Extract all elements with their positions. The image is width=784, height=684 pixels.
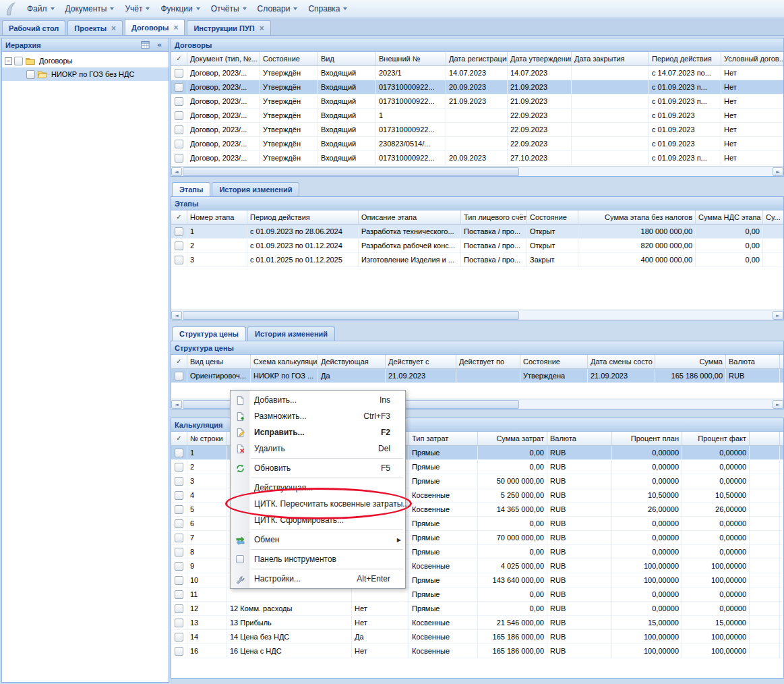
column-header[interactable]: Документ (тип, №...	[187, 52, 260, 65]
column-header[interactable]: Действует с	[386, 355, 456, 368]
row-checkbox[interactable]	[175, 241, 183, 250]
tab-contracts[interactable]: Договоры×	[125, 19, 185, 35]
table-row[interactable]: 2с 01.09.2023 по 01.12.2024Разработка ра…	[171, 239, 783, 253]
row-checkbox[interactable]	[175, 154, 183, 163]
select-all-header[interactable]: ✓	[171, 52, 187, 65]
context-menu-item-refresh[interactable]: ОбновитьF5	[231, 460, 405, 476]
tree-checkbox[interactable]	[14, 57, 23, 65]
table-row[interactable]: 3с 01.01.2025 по 01.12.2025Изготовление …	[171, 253, 783, 267]
column-header[interactable]: Действующая	[318, 355, 386, 368]
column-header[interactable]: Дата смены состо	[588, 355, 655, 368]
column-header[interactable]: Валюта	[547, 432, 612, 445]
menubar-item-functions[interactable]: Функции	[155, 2, 205, 16]
row-checkbox[interactable]	[175, 548, 183, 557]
scroll-left-icon[interactable]: ◄	[171, 167, 182, 176]
column-header[interactable]: Описание этапа	[359, 210, 461, 224]
menubar-item-file[interactable]: Файл	[22, 2, 60, 16]
tree-item-contracts-root[interactable]: −Договоры	[2, 54, 169, 67]
row-checkbox[interactable]	[175, 505, 183, 514]
row-checkbox[interactable]	[175, 562, 183, 571]
menubar-item-documents[interactable]: Документы	[60, 2, 120, 16]
column-header[interactable]: Тип лицевого счёт	[461, 210, 527, 224]
table-row[interactable]: Договор, 2023/...УтверждёнВходящий017310…	[171, 123, 783, 137]
column-header[interactable]: Процент план	[612, 432, 682, 445]
scroll-right-icon[interactable]: ►	[773, 400, 783, 409]
close-tab-icon[interactable]: ×	[260, 24, 264, 32]
row-checkbox[interactable]	[175, 590, 183, 599]
row-checkbox[interactable]	[175, 125, 183, 134]
context-menu-item-edit[interactable]: Исправить...F2	[231, 424, 405, 440]
table-row[interactable]: 1414 Цена без НДСДаКосвенные165 186 000,…	[171, 630, 783, 644]
column-header[interactable]: Схема калькуляци	[251, 355, 318, 368]
row-checkbox[interactable]	[175, 534, 183, 542]
context-menu-item-settings[interactable]: Настройки...Alt+Enter	[231, 571, 405, 587]
row-checkbox[interactable]	[175, 463, 183, 472]
horizontal-scrollbar[interactable]: ◄ ►	[171, 166, 783, 176]
column-header[interactable]: Валюта	[726, 355, 780, 368]
row-checkbox[interactable]	[175, 83, 183, 92]
scroll-right-icon[interactable]: ►	[773, 167, 783, 176]
column-header[interactable]: Период действия	[247, 210, 359, 224]
hierarchy-grid-icon[interactable]	[140, 40, 151, 51]
table-row[interactable]: 11Прямые0,00RUB0,000000,00000	[171, 588, 783, 602]
row-checkbox[interactable]	[175, 449, 183, 457]
column-header[interactable]: Номер этапа	[187, 210, 247, 224]
collapse-panel-button[interactable]: «	[154, 40, 165, 51]
row-checkbox[interactable]	[175, 619, 183, 627]
scroll-thumb[interactable]	[183, 167, 519, 176]
row-checkbox[interactable]	[175, 477, 183, 486]
tab-stages-history[interactable]: История изменений	[212, 182, 299, 196]
select-all-header[interactable]: ✓	[171, 210, 187, 224]
tree-item-niokr-goz[interactable]: НИОКР по ГОЗ без НДС	[2, 67, 169, 81]
context-menu-item-citk-recalc-indirect[interactable]: ЦИТК. Пересчитать косвенные затраты...	[231, 496, 405, 512]
row-checkbox[interactable]	[175, 491, 183, 500]
row-checkbox[interactable]	[175, 604, 183, 613]
scroll-right-icon[interactable]: ►	[773, 311, 783, 320]
scroll-left-icon[interactable]: ◄	[171, 400, 182, 409]
column-header[interactable]: Сумма НДС этапа	[696, 210, 763, 224]
close-tab-icon[interactable]: ×	[173, 24, 178, 32]
column-header[interactable]: Су...	[763, 210, 783, 224]
menubar-item-accounting[interactable]: Учёт	[119, 2, 155, 16]
column-header[interactable]: Тип затрат	[409, 432, 478, 445]
context-menu-item-citk-generate[interactable]: ЦИТК. Сформировать...	[231, 512, 405, 528]
tab-price-history[interactable]: История изменений	[247, 326, 335, 341]
column-header[interactable]: Действует по	[456, 355, 520, 368]
scroll-thumb[interactable]	[183, 311, 519, 320]
table-row[interactable]: Ориентировоч...НИОКР по ГОЗ ...Да21.09.2…	[171, 369, 783, 383]
tab-pup-instructions[interactable]: Инструкции ПУП×	[187, 20, 270, 35]
table-row[interactable]: Договор, 2023/...УтверждёнВходящий017310…	[171, 151, 783, 165]
table-row[interactable]: 1с 01.09.2023 по 28.06.2024Разработка те…	[171, 225, 783, 239]
tab-projects[interactable]: Проекты×	[67, 20, 123, 35]
column-header[interactable]: Дата утверждения	[508, 52, 572, 65]
context-menu-item-exchange[interactable]: Обмен▶	[231, 532, 405, 548]
row-checkbox[interactable]	[175, 227, 183, 236]
menubar-item-dictionaries[interactable]: Словари	[252, 2, 303, 16]
column-header[interactable]: Сумма	[655, 355, 726, 368]
row-checkbox[interactable]	[175, 111, 183, 120]
row-checkbox[interactable]	[175, 576, 183, 585]
column-header[interactable]: Внешний №	[376, 52, 446, 65]
table-row[interactable]: Договор, 2023/...УтверждёнВходящий122.09…	[171, 109, 783, 123]
column-header[interactable]: Период действия	[649, 52, 721, 65]
context-menu-item-add[interactable]: Добавить...Ins	[231, 392, 405, 408]
row-checkbox[interactable]	[175, 97, 183, 106]
row-checkbox[interactable]	[175, 519, 183, 528]
column-header[interactable]: Условный догов...	[721, 52, 783, 65]
column-header[interactable]: Сумма этапа без налогов	[578, 210, 696, 224]
horizontal-scrollbar[interactable]: ◄ ►	[171, 310, 783, 320]
table-row[interactable]: 1313 ПрибыльНетКосвенные21 546 000,00RUB…	[171, 616, 783, 630]
select-all-header[interactable]: ✓	[171, 355, 187, 368]
context-menu-item-toolbar-toggle[interactable]: Панель инструментов	[231, 551, 405, 567]
row-checkbox[interactable]	[175, 647, 183, 656]
column-header[interactable]: № строки	[187, 432, 227, 445]
column-header[interactable]: Дата закрытия	[572, 52, 649, 65]
context-menu-item-duplicate[interactable]: Размножить...Ctrl+F3	[231, 408, 405, 424]
scroll-left-icon[interactable]: ◄	[171, 311, 182, 320]
menubar-item-reports[interactable]: Отчёты	[206, 2, 252, 16]
menubar-item-help[interactable]: Справка	[303, 2, 353, 16]
tab-price-structure[interactable]: Структура цены	[172, 326, 246, 341]
column-header[interactable]: Вид	[318, 52, 376, 65]
table-row[interactable]: Договор, 2023/...УтверждёнВходящий230823…	[171, 137, 783, 151]
context-menu-item-delete[interactable]: УдалитьDel	[231, 440, 405, 457]
